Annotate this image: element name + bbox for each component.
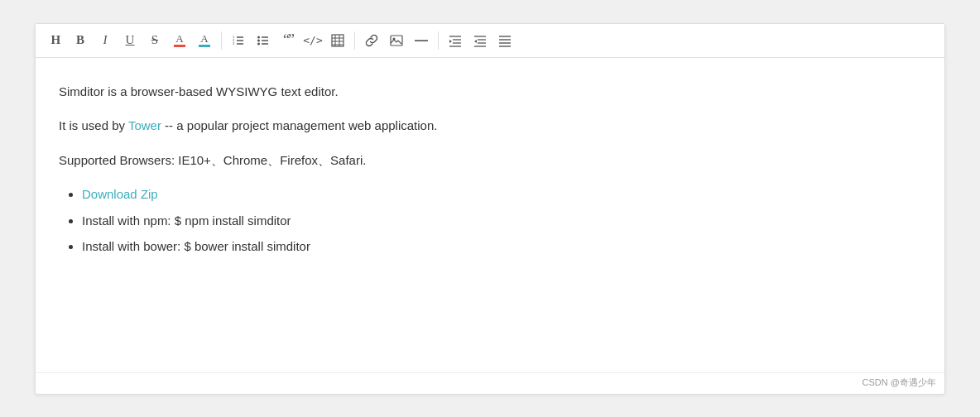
divider-1 [221,31,222,50]
svg-point-11 [257,42,260,45]
align-justify-icon [498,34,512,47]
italic-button[interactable]: I [94,29,117,52]
svg-text:3: 3 [233,41,235,46]
hr-button[interactable]: — [410,29,433,52]
list-item-2: Install with npm: $ npm install simditor [82,210,921,232]
table-button[interactable] [326,29,349,52]
blockquote-button[interactable]: “” [276,29,300,52]
code-button[interactable]: </> [301,29,324,52]
editor-content[interactable]: Simditor is a browser-based WYSIWYG text… [36,58,944,372]
font-bg-button[interactable]: A [193,29,216,52]
bold-button[interactable]: B [69,29,92,52]
watermark: CSDN @奇遇少年 [36,372,944,394]
table-icon [331,34,344,47]
indent-icon [449,34,462,47]
image-icon [390,34,403,47]
paragraph-2-before: It is used by [59,118,128,132]
list-item-1: Download Zip [82,184,921,205]
indent-button[interactable] [444,29,467,52]
svg-point-9 [257,36,260,38]
paragraph-1: Simditor is a browser-based WYSIWYG text… [59,81,921,103]
unordered-list-icon [257,34,270,47]
svg-point-10 [257,39,260,41]
divider-3 [438,31,439,50]
font-bg-icon: A [199,33,210,47]
paragraph-3: Supported Browsers: IE10+、Chrome、Firefox… [59,150,921,171]
list-item-3: Install with bower: $ bower install simd… [82,236,921,257]
font-color-button[interactable]: A [168,29,191,52]
font-color-icon: A [174,33,185,47]
ordered-list-button[interactable]: 1 2 3 [227,29,250,52]
divider-2 [354,31,355,50]
download-zip-link[interactable]: Download Zip [82,187,158,201]
content-list: Download Zip Install with npm: $ npm ins… [82,184,921,257]
image-button[interactable] [385,29,408,52]
outdent-button[interactable] [468,29,492,52]
align-justify-button[interactable] [493,29,516,52]
heading-button[interactable]: H [44,29,67,52]
outdent-icon [473,34,487,47]
svg-rect-18 [391,36,402,46]
ordered-list-icon: 1 2 3 [232,34,245,47]
toolbar: H B I U S A A [36,24,944,58]
link-icon [365,34,378,47]
paragraph-2-after: -- a popular project management web appl… [161,118,438,132]
tower-link[interactable]: Tower [128,118,161,132]
underline-button[interactable]: U [118,29,142,52]
editor-container: H B I U S A A [35,23,945,395]
paragraph-2: It is used by Tower -- a popular project… [59,115,921,137]
strikethrough-button[interactable]: S [143,29,166,52]
unordered-list-button[interactable] [252,29,275,52]
link-button[interactable] [360,29,383,52]
